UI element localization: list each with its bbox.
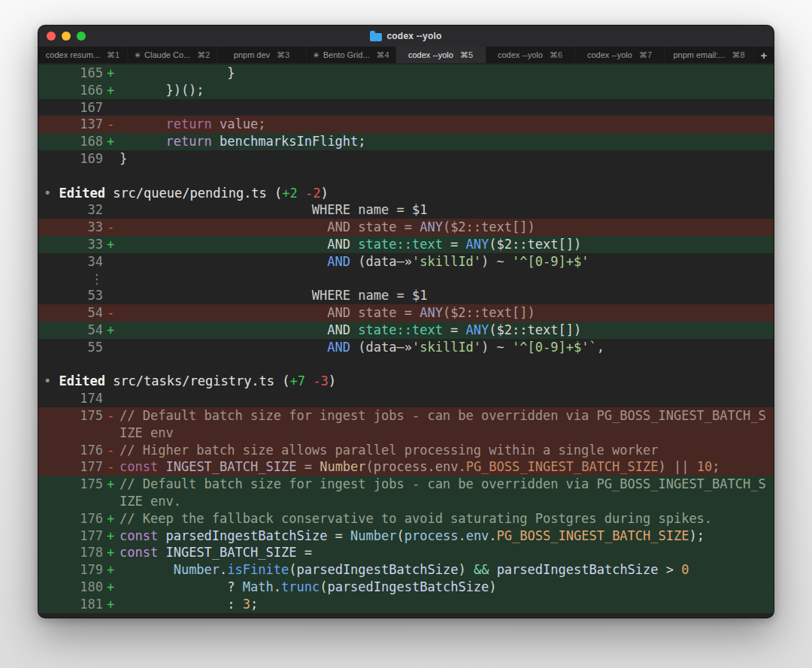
code-segment: parsedIngestBatchSize <box>165 528 327 543</box>
new-tab-button[interactable]: + <box>754 47 774 63</box>
code-text: const parsedIngestBatchSize = Number(pro… <box>120 527 774 545</box>
zoom-button[interactable] <box>77 32 86 41</box>
tab-label: codex --yolo <box>498 50 543 59</box>
code-segment <box>120 562 174 577</box>
code-segment: 'skillId' <box>412 340 481 355</box>
code-segment: , <box>597 340 604 355</box>
code-segment: isFinite <box>227 562 289 577</box>
code-segment: ( <box>289 562 296 577</box>
code-segment: AND <box>120 237 358 252</box>
diff-sign: + <box>103 82 118 99</box>
diff-row-del: 54- AND state = ANY($2::text[]) <box>38 304 774 322</box>
line-number: 174 <box>38 390 103 407</box>
window-title-text: codex --yolo <box>386 31 441 41</box>
diff-row-add: 178+const INGEST_BATCH_SIZE = <box>38 544 774 561</box>
code-segment <box>120 116 165 131</box>
code-segment: ); <box>689 528 704 543</box>
tab-6[interactable]: codex --yolo⌘6 <box>486 47 575 63</box>
code-segment: 0 <box>681 562 689 577</box>
code-segment <box>305 373 313 388</box>
tab-shortcut: ⌘4 <box>377 50 389 60</box>
tab-bar: codex resum...⌘1✳Claude Co...⌘2pnpm dev⌘… <box>38 47 774 63</box>
code-segment: return <box>165 116 211 131</box>
line-number: 178 <box>38 544 103 561</box>
code-segment: -2 <box>305 186 320 201</box>
code-segment: ($2::text[]) <box>443 219 535 234</box>
code-segment: 10 <box>697 459 712 474</box>
code-segment: parsedIngestBatchSize <box>296 562 458 577</box>
code-segment: ? <box>120 579 243 594</box>
tab-3[interactable]: pnpm dev⌘3 <box>217 47 307 63</box>
code-segment: = <box>443 237 466 252</box>
titlebar[interactable]: codex --yolo <box>38 26 774 47</box>
code-segment: AND <box>327 340 350 355</box>
code-segment: Number <box>174 562 220 577</box>
code-segment: return <box>165 134 211 149</box>
code-segment <box>489 562 496 577</box>
minimize-button[interactable] <box>62 32 71 41</box>
code-segment: })(); <box>120 83 205 98</box>
close-button[interactable] <box>47 32 56 41</box>
diff-sign: + <box>103 527 118 545</box>
diff-row-del: 33- AND state = ANY($2::text[]) <box>38 219 774 236</box>
diff-sign: + <box>103 544 118 561</box>
code-text: AND state::text = ANY($2::text[]) <box>120 322 774 339</box>
diff-sign: + <box>103 476 118 493</box>
code-segment: PG_BOSS_INGEST_BATCH_SIZE <box>497 528 689 543</box>
code-segment: WHERE name = $1 <box>120 288 427 303</box>
tab-7[interactable]: codex --yolo⌘7 <box>575 47 665 63</box>
code-segment: ( <box>397 528 404 543</box>
code-segment: src/tasks/registry.ts ( <box>105 373 290 388</box>
code-text: WHERE name = $1 <box>120 287 774 304</box>
code-segment: ; <box>258 116 265 131</box>
line-number: 54 <box>38 322 103 339</box>
code-segment: +2 <box>282 186 297 201</box>
code-segment: -3 <box>313 373 328 388</box>
line-number: 177 <box>38 527 103 545</box>
code-segment: . <box>274 579 281 594</box>
code-segment: —» <box>396 340 411 355</box>
tab-4[interactable]: ✳Bento Grid...⌘4 <box>307 47 396 63</box>
code-segment: • <box>44 186 59 201</box>
line-number: 53 <box>38 287 103 304</box>
tab-shortcut: ⌘5 <box>460 50 473 60</box>
tab-2[interactable]: ✳Claude Co...⌘2 <box>128 47 217 63</box>
code-text: AND (data—»'skillId') ~ '^[0-9]+$'`, <box>120 339 774 356</box>
diff-row-ctx: 34 AND (data—»'skillId') ~ '^[0-9]+$' <box>38 253 774 271</box>
tab-8[interactable]: pnpm email:...⌘8 <box>665 47 754 63</box>
code-segment: = <box>296 545 311 560</box>
folder-icon <box>370 33 382 41</box>
line-number: 175 <box>38 476 103 493</box>
code-segment: Number <box>320 459 365 474</box>
code-text: Number.isFinite(parsedIngestBatchSize) &… <box>120 561 774 579</box>
tab-1[interactable]: codex resum...⌘1 <box>38 47 128 63</box>
code-segment: benchmarksInFlight <box>220 134 358 149</box>
busy-indicator-icon: ✳ <box>135 51 141 59</box>
diff-row-add: 33+ AND state::text = ANY($2::text[]) <box>38 236 774 253</box>
code-segment <box>158 459 165 474</box>
diff-sign: + <box>103 322 118 339</box>
tab-shortcut: ⌘8 <box>732 50 744 60</box>
code-segment: // Keep the fallback conservative to avo… <box>120 511 712 526</box>
line-number: 32 <box>38 201 103 219</box>
code-segment: ) <box>329 373 336 388</box>
code-text: } <box>120 150 774 168</box>
code-segment: // Default batch size for ingest jobs - … <box>120 476 766 509</box>
code-segment <box>212 134 220 149</box>
diff-row-add: 180+ ? Math.trunc(parsedIngestBatchSize) <box>38 579 774 596</box>
code-text: // Default batch size for ingest jobs - … <box>120 407 774 442</box>
window-title: codex --yolo <box>370 31 441 41</box>
tab-label: pnpm dev <box>234 50 270 59</box>
code-segment: Number <box>350 528 396 543</box>
diff-sign: + <box>103 236 118 253</box>
tab-5[interactable]: codex --yolo⌘5 <box>396 47 486 63</box>
diff-sign: - <box>103 304 118 322</box>
code-segment: +7 <box>290 373 305 388</box>
diff-sign: - <box>103 442 118 459</box>
diff-sign: + <box>103 596 118 613</box>
line-number: 166 <box>38 82 103 99</box>
diff-row-del: 177-const INGEST_BATCH_SIZE = Number(pro… <box>38 458 774 476</box>
diff-row-add: 168+ return benchmarksInFlight; <box>38 133 774 150</box>
code-segment: ; <box>250 597 258 612</box>
code-segment <box>212 116 220 131</box>
